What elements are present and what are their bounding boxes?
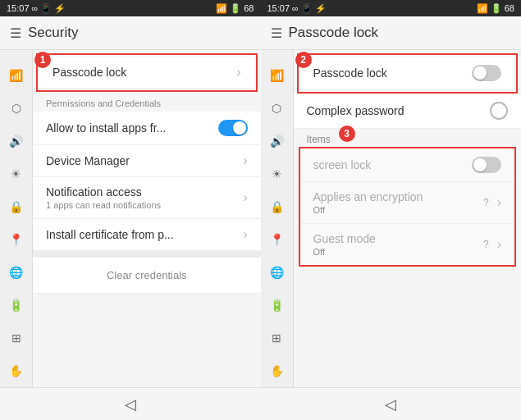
passcode-chevron: › — [236, 65, 240, 80]
encryption-subtitle: Off — [313, 205, 483, 215]
status-bar-left: 15:07 ∞ 📱 ⚡ 📶 🔋 68 — [0, 0, 261, 16]
content-right: 2 Passcode lock Complex password 3 Items — [294, 50, 522, 387]
r-sidebar-brightness-icon[interactable]: ☀ — [267, 165, 286, 183]
permissions-section-label: Permissions and Credentials — [33, 92, 261, 112]
notification-access-subtitle: 1 apps can read notifications — [46, 200, 236, 210]
r-sidebar-wifi-icon[interactable]: 📶 — [267, 66, 286, 84]
time-left: 15:07 — [7, 3, 30, 13]
items-section-label: Items — [294, 129, 522, 148]
encryption-title: Applies an encryption — [313, 190, 483, 203]
screen-lock-item[interactable]: screen lock — [300, 148, 515, 182]
passcode-lock-title: Passcode lock — [53, 66, 230, 79]
divider-left — [33, 251, 261, 258]
sidebar-location-icon[interactable]: 📍 — [7, 231, 25, 249]
guest-mode-subtitle: Off — [313, 247, 483, 257]
clear-credentials-btn[interactable]: Clear credentials — [33, 258, 261, 294]
status-icons-right: ∞ 📱 ⚡ — [292, 3, 327, 14]
nav-bar-right: ◁ — [261, 387, 522, 420]
main-layout-right: 📶 ⬡ 🔊 ☀ 🔒 📍 🌐 🔋 ⊞ ✋ 2 Passcode lock — [261, 50, 522, 387]
passcode-toggle-label: Passcode lock — [313, 66, 473, 80]
header-left: ☰ Security — [0, 16, 261, 50]
passcode-toggle-item[interactable]: Passcode lock — [300, 57, 515, 90]
encryption-chevron: › — [497, 195, 501, 210]
install-apps-item[interactable]: Allow to install apps fr... — [33, 112, 261, 145]
passcode-main-toggle[interactable] — [472, 65, 501, 81]
guest-mode-info-icon: ? — [483, 239, 489, 250]
status-left-right: 15:07 ∞ 📱 ⚡ — [267, 3, 327, 14]
screen-lock-toggle[interactable] — [472, 157, 501, 173]
signal-right: 📶 🔋 68 — [477, 3, 514, 14]
sidebar-bluetooth-icon[interactable]: ⬡ — [7, 99, 25, 117]
device-manager-chevron: › — [243, 153, 247, 168]
r-sidebar-battery-icon[interactable]: 🔋 — [267, 296, 286, 314]
badge-2: 2 — [295, 52, 312, 68]
items-box: screen lock Applies an encryption Off ? … — [300, 148, 515, 265]
sidebar-brightness-icon[interactable]: ☀ — [7, 165, 25, 183]
guest-mode-title: Guest mode — [313, 232, 483, 245]
badge-3: 3 — [339, 126, 355, 142]
page-title-left: Security — [28, 25, 78, 41]
guest-mode-chevron: › — [497, 237, 501, 252]
header-right: ☰ Passcode lock — [261, 16, 522, 50]
back-button-right[interactable]: ◁ — [385, 395, 396, 413]
status-left: 15:07 ∞ 📱 ⚡ — [7, 3, 66, 14]
sidebar-volume-icon[interactable]: 🔊 — [7, 132, 25, 150]
install-certificate-chevron: › — [243, 227, 247, 242]
status-right-left: 📶 🔋 68 — [216, 3, 254, 14]
r-sidebar-grid-icon[interactable]: ⊞ — [267, 329, 286, 347]
install-certificate-item[interactable]: Install certificate from p... › — [33, 219, 261, 251]
device-manager-title: Device Manager — [46, 154, 236, 167]
complex-password-label: Complex password — [307, 104, 404, 117]
status-bar-right: 15:07 ∞ 📱 ⚡ 📶 🔋 68 — [261, 0, 522, 16]
notification-access-item[interactable]: Notification access 1 apps can read noti… — [33, 177, 261, 219]
right-panel: 15:07 ∞ 📱 ⚡ 📶 🔋 68 ☰ Passcode lock 📶 ⬡ 🔊… — [261, 0, 522, 420]
r-sidebar-bluetooth-icon[interactable]: ⬡ — [267, 99, 286, 117]
guest-mode-item[interactable]: Guest mode Off ? › — [300, 224, 515, 265]
passcode-lock-item[interactable]: Passcode lock › — [39, 57, 254, 89]
signal-left: 📶 🔋 68 — [216, 3, 254, 14]
encryption-item[interactable]: Applies an encryption Off ? › — [300, 182, 515, 224]
complex-password-row[interactable]: Complex password — [294, 94, 522, 129]
sidebar-wifi-icon[interactable]: 📶 — [7, 66, 25, 84]
left-panel: 15:07 ∞ 📱 ⚡ 📶 🔋 68 ☰ Security 📶 ⬡ 🔊 ☀ 🔒 … — [0, 0, 261, 420]
sidebar-globe-icon[interactable]: 🌐 — [7, 263, 25, 281]
menu-icon-right[interactable]: ☰ — [271, 25, 282, 41]
sidebar-battery-icon[interactable]: 🔋 — [7, 296, 25, 314]
r-sidebar-hand-icon[interactable]: ✋ — [267, 362, 286, 380]
device-manager-item[interactable]: Device Manager › — [33, 145, 261, 177]
menu-icon-left[interactable]: ☰ — [10, 25, 21, 41]
encryption-info-icon: ? — [483, 197, 489, 208]
passcode-toggle-wrapper: 2 Passcode lock — [300, 57, 515, 90]
complex-password-toggle[interactable] — [490, 102, 508, 120]
back-button-left[interactable]: ◁ — [125, 395, 136, 413]
status-right-right: 📶 🔋 68 — [477, 3, 514, 14]
r-sidebar-lock-icon[interactable]: 🔒 — [267, 198, 286, 216]
r-sidebar-volume-icon[interactable]: 🔊 — [267, 132, 286, 150]
main-layout-left: 📶 ⬡ 🔊 ☀ 🔒 📍 🌐 🔋 ⊞ ✋ 1 Passcode lock › — [0, 50, 261, 387]
install-certificate-title: Install certificate from p... — [46, 228, 236, 241]
nav-bar-left: ◁ — [0, 387, 261, 420]
r-sidebar-globe-icon[interactable]: 🌐 — [267, 263, 286, 281]
sidebar-icons-left: 📶 ⬡ 🔊 ☀ 🔒 📍 🌐 🔋 ⊞ ✋ — [0, 50, 33, 387]
r-sidebar-location-icon[interactable]: 📍 — [267, 231, 286, 249]
sidebar-icons-right: 📶 ⬡ 🔊 ☀ 🔒 📍 🌐 🔋 ⊞ ✋ — [261, 50, 294, 387]
sidebar-lock-icon[interactable]: 🔒 — [7, 198, 25, 216]
time-right: 15:07 — [267, 3, 290, 13]
badge-1: 1 — [34, 52, 51, 68]
sidebar-hand-icon[interactable]: ✋ — [7, 362, 25, 380]
screen-lock-title: screen lock — [313, 158, 473, 171]
sidebar-grid-icon[interactable]: ⊞ — [7, 329, 25, 347]
notification-access-title: Notification access — [46, 185, 236, 199]
items-section-wrapper: 3 Items screen lock Applies an encrypti — [294, 129, 522, 265]
install-apps-title: Allow to install apps fr... — [46, 121, 218, 135]
passcode-lock-wrapper: 1 Passcode lock › — [39, 57, 254, 89]
page-title-right: Passcode lock — [289, 25, 379, 41]
install-apps-toggle[interactable] — [218, 120, 248, 136]
status-icons-left: ∞ 📱 ⚡ — [32, 3, 66, 14]
notification-chevron: › — [243, 190, 247, 205]
content-left: 1 Passcode lock › Permissions and Creden… — [33, 50, 261, 387]
